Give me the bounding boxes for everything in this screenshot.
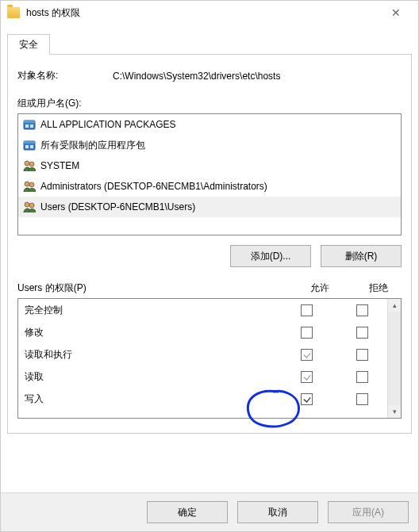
deny-checkbox[interactable] — [356, 349, 368, 361]
permission-name: 修改 — [25, 326, 271, 339]
permission-name: 读取和执行 — [25, 348, 271, 362]
deny-checkbox[interactable] — [356, 393, 368, 405]
group-item-label: ALL APPLICATION PACKAGES — [40, 119, 176, 130]
object-path: C:\Windows\System32\drivers\etc\hosts — [113, 71, 402, 82]
permissions-dialog: hosts 的权限 ✕ 安全 对象名称: C:\Windows\System32… — [0, 0, 419, 532]
group-item-label: SYSTEM — [40, 160, 79, 171]
close-button[interactable]: ✕ — [380, 6, 412, 19]
permission-row: 修改 — [18, 321, 388, 343]
allow-checkbox[interactable] — [301, 393, 313, 405]
permission-name: 写入 — [25, 392, 271, 406]
permissions-listbox: 完全控制修改读取和执行读取写入 ▴ ▾ — [17, 298, 402, 419]
allow-checkbox[interactable] — [301, 349, 313, 361]
group-buttons-row: 添加(D)... 删除(R) — [17, 245, 402, 267]
permission-row: 写入 — [18, 388, 388, 410]
folder-icon — [7, 7, 20, 18]
ok-button[interactable]: 确定 — [147, 501, 228, 523]
title-bar: hosts 的权限 ✕ — [1, 1, 418, 25]
permission-row: 读取 — [18, 366, 388, 388]
package-icon — [23, 118, 36, 131]
group-item[interactable]: SYSTEM — [18, 155, 401, 176]
group-item[interactable]: Administrators (DESKTOP-6NECMB1\Administ… — [18, 176, 401, 197]
groups-listbox[interactable]: ALL APPLICATION PACKAGES所有受限制的应用程序包SYSTE… — [17, 113, 402, 235]
object-row: 对象名称: C:\Windows\System32\drivers\etc\ho… — [17, 69, 402, 82]
permission-row: 读取和执行 — [18, 343, 388, 366]
svg-rect-2 — [25, 124, 29, 128]
group-item-label: Administrators (DESKTOP-6NECMB1\Administ… — [40, 181, 267, 192]
svg-rect-3 — [30, 124, 33, 128]
permission-row: 完全控制 — [18, 299, 388, 321]
scroll-down-icon[interactable]: ▾ — [388, 405, 401, 418]
svg-point-8 — [25, 161, 29, 166]
permissions-label: Users 的权限(P) — [17, 281, 284, 295]
allow-checkbox[interactable] — [301, 371, 313, 383]
group-item[interactable]: Users (DESKTOP-6NECMB1\Users) — [18, 197, 401, 217]
users-icon — [23, 159, 36, 172]
deny-checkbox[interactable] — [356, 304, 368, 316]
remove-button[interactable]: 删除(R) — [321, 245, 402, 267]
groups-label: 组或用户名(G): — [17, 97, 402, 110]
deny-checkbox[interactable] — [356, 327, 368, 339]
group-item-label: 所有受限制的应用程序包 — [40, 139, 145, 152]
dialog-footer: 确定 取消 应用(A) — [1, 492, 418, 531]
group-item[interactable]: ALL APPLICATION PACKAGES — [18, 114, 401, 135]
package-icon — [23, 139, 36, 151]
scroll-up-icon[interactable]: ▴ — [388, 299, 401, 312]
col-deny-label: 拒绝 — [356, 281, 402, 295]
allow-checkbox[interactable] — [301, 327, 313, 339]
window-title: hosts 的权限 — [26, 6, 380, 20]
users-icon — [23, 180, 36, 193]
permission-name: 读取 — [25, 370, 271, 384]
svg-point-11 — [29, 182, 34, 187]
deny-checkbox[interactable] — [356, 371, 368, 383]
svg-point-10 — [25, 182, 29, 186]
col-allow-label: 允许 — [284, 281, 356, 295]
svg-point-9 — [29, 162, 34, 166]
svg-point-12 — [25, 202, 29, 207]
group-item-label: Users (DESKTOP-6NECMB1\Users) — [40, 201, 195, 212]
object-label: 对象名称: — [17, 69, 113, 82]
cancel-button[interactable]: 取消 — [237, 501, 318, 523]
svg-rect-7 — [30, 145, 33, 148]
svg-rect-6 — [25, 145, 29, 148]
tab-strip: 安全 — [1, 34, 418, 55]
add-button[interactable]: 添加(D)... — [230, 245, 311, 267]
group-item[interactable]: 所有受限制的应用程序包 — [18, 135, 401, 155]
svg-rect-5 — [24, 141, 35, 144]
security-panel: 对象名称: C:\Windows\System32\drivers\etc\ho… — [7, 55, 412, 434]
permissions-header: Users 的权限(P) 允许 拒绝 — [17, 281, 402, 295]
users-icon — [23, 201, 36, 213]
svg-point-13 — [29, 203, 34, 208]
permission-name: 完全控制 — [25, 304, 271, 317]
apply-button[interactable]: 应用(A) — [328, 501, 409, 523]
scrollbar[interactable]: ▴ ▾ — [387, 299, 401, 418]
svg-rect-1 — [24, 121, 35, 123]
tab-security[interactable]: 安全 — [7, 34, 50, 55]
allow-checkbox[interactable] — [301, 304, 313, 316]
